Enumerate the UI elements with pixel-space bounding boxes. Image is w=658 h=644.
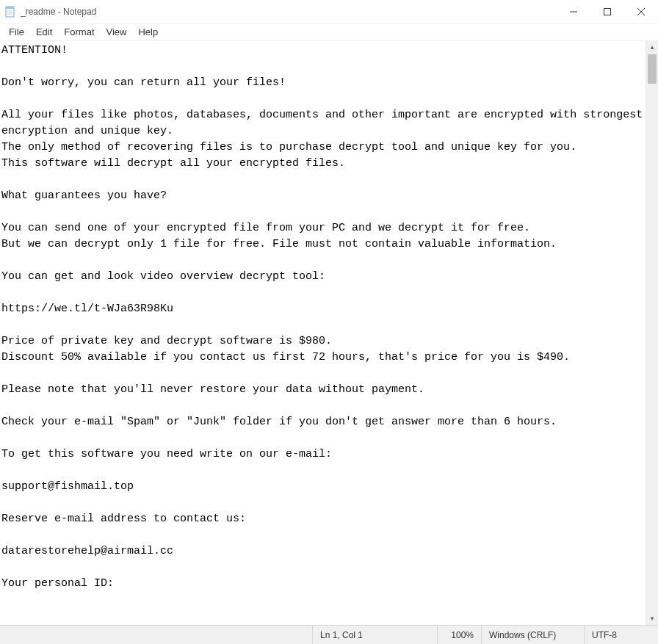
status-encoding: UTF-8 [585, 626, 658, 644]
window-title: _readme - Notepad [21, 7, 557, 17]
status-zoom: 100% [438, 626, 482, 644]
maximize-button[interactable] [590, 0, 624, 23]
status-position: Ln 1, Col 1 [313, 626, 438, 644]
menu-file[interactable]: File [3, 25, 30, 39]
svg-rect-6 [604, 8, 611, 15]
menu-format[interactable]: Format [58, 25, 100, 39]
menu-view[interactable]: View [101, 25, 133, 39]
text-area[interactable]: ATTENTION! Don't worry, you can return a… [0, 41, 658, 625]
status-line-ending: Windows (CRLF) [482, 626, 585, 644]
notepad-icon [4, 6, 16, 18]
titlebar[interactable]: _readme - Notepad [0, 0, 658, 23]
statusbar: Ln 1, Col 1 100% Windows (CRLF) UTF-8 [0, 625, 658, 644]
scrollbar-thumb[interactable] [648, 54, 657, 84]
document-text[interactable]: ATTENTION! Don't worry, you can return a… [1, 43, 657, 592]
scroll-down-arrow[interactable]: ▼ [646, 612, 658, 625]
window-controls [557, 0, 658, 23]
menu-help[interactable]: Help [132, 25, 164, 39]
close-button[interactable] [624, 0, 658, 23]
minimize-button[interactable] [557, 0, 590, 23]
svg-rect-1 [6, 7, 14, 9]
status-spacer [0, 626, 313, 644]
vertical-scrollbar[interactable]: ▲ ▼ [646, 41, 658, 625]
menu-edit[interactable]: Edit [30, 25, 58, 39]
menubar: File Edit Format View Help [0, 23, 658, 41]
scroll-up-arrow[interactable]: ▲ [646, 41, 658, 54]
